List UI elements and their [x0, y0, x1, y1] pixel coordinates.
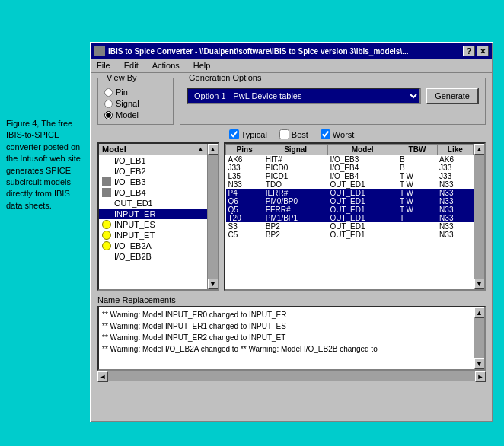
list-item[interactable]: I/O_EB2: [99, 166, 207, 177]
right-scroll-down-btn[interactable]: ▼: [474, 279, 485, 289]
h-scrollbar[interactable]: ◄ ►: [97, 371, 486, 381]
view-by-group: View By Pin Signal Model: [97, 78, 174, 125]
list-item[interactable]: INPUT_ET: [99, 230, 207, 241]
option-dropdown[interactable]: Option 1 - PwL Device tables: [187, 88, 421, 104]
scroll-up-btn[interactable]: ▲: [208, 144, 219, 155]
table-cell-like: AK6: [437, 155, 473, 164]
checkbox-typical[interactable]: Typical: [229, 129, 267, 139]
table-cell-pins: Q5: [226, 205, 263, 214]
item-icon-empty: [102, 252, 111, 261]
radio-signal-input[interactable]: [104, 100, 113, 108]
checkbox-worst-label: Worst: [333, 130, 355, 139]
item-icon-empty: [102, 199, 111, 208]
menu-file[interactable]: File: [94, 60, 113, 71]
item-icon-empty: [102, 209, 111, 218]
list-item-label: I/O_EB3: [114, 177, 146, 186]
list-item[interactable]: INPUT_ER: [99, 209, 207, 219]
table-cell-pins: Q6: [226, 197, 263, 205]
help-button[interactable]: ?: [463, 46, 475, 56]
text-scrollbar[interactable]: ▲ ▼: [474, 307, 484, 369]
table-cell-like: N33: [437, 197, 473, 205]
table-cell-model: I/O_EB4: [327, 172, 397, 180]
table-row[interactable]: T20PM1/BP1OUT_ED1TN33: [226, 214, 474, 222]
generate-button[interactable]: Generate: [426, 88, 479, 104]
item-icon-empty: [102, 167, 111, 176]
checkboxes-row: Typical Best Worst: [97, 129, 486, 139]
radio-model-input[interactable]: [104, 111, 113, 119]
h-scroll-right[interactable]: ►: [475, 371, 486, 382]
left-panel-wrapper: Model ▲ I/O_EB1I/O_EB2I/O_EB3I/O_EB4OUT_…: [99, 144, 218, 289]
col-tbw: TBW: [397, 145, 437, 155]
checkbox-best-input[interactable]: [279, 129, 289, 139]
table-cell-like: N33: [437, 231, 473, 239]
list-item[interactable]: INPUT_ES: [99, 219, 207, 230]
name-replacement-line: ** Warning: Model INPUT_ER0 changed to I…: [102, 309, 471, 320]
table-row[interactable]: AK6HIT#I/O_EB3BAK6: [226, 155, 474, 164]
name-replacements-content: ** Warning: Model INPUT_ER0 changed to I…: [99, 307, 474, 369]
table-cell-tbw: B: [397, 164, 437, 172]
list-item[interactable]: I/O_EB4: [99, 187, 207, 198]
menu-actions[interactable]: Actions: [150, 60, 182, 71]
list-item-label: INPUT_ES: [114, 220, 155, 229]
right-scroll-track: [474, 155, 484, 279]
left-panel[interactable]: Model ▲ I/O_EB1I/O_EB2I/O_EB3I/O_EB4OUT_…: [97, 142, 219, 291]
table-row[interactable]: N33TDOOUT_ED1T WN33: [226, 180, 474, 189]
right-panel[interactable]: Pins Signal Model TBW Like AK6HIT#I/O_EB…: [224, 142, 486, 291]
table-cell-model: OUT_ED1: [327, 222, 397, 231]
table-row[interactable]: P4IERR#OUT_ED1T WN33: [226, 189, 474, 197]
right-scroll-up-btn[interactable]: ▲: [474, 144, 485, 155]
checkbox-worst-input[interactable]: [321, 129, 330, 139]
table-cell-pins: P4: [226, 189, 263, 197]
scroll-down-btn[interactable]: ▼: [208, 279, 219, 289]
text-scroll-down[interactable]: ▼: [474, 358, 485, 369]
list-item[interactable]: I/O_EB2B: [99, 251, 207, 262]
checkbox-typical-input[interactable]: [229, 129, 239, 139]
list-item-label: INPUT_ER: [114, 209, 155, 218]
right-table-header-row: Pins Signal Model TBW Like: [226, 145, 474, 155]
item-icon-yellow: [102, 220, 111, 229]
list-item[interactable]: I/O_EB1: [99, 155, 207, 166]
table-cell-like: J33: [437, 172, 473, 180]
menu-help[interactable]: Help: [191, 60, 213, 71]
table-cell-signal: PM0/BP0: [263, 197, 328, 205]
gen-options-label: Generation Options: [187, 73, 263, 82]
left-panel-scrollbar[interactable]: ▲ ▼: [207, 144, 218, 289]
table-row[interactable]: S3BP2OUT_ED1N33: [226, 222, 474, 231]
col-like: Like: [437, 145, 473, 155]
radio-signal[interactable]: Signal: [104, 99, 167, 108]
table-row[interactable]: C5BP2OUT_ED1N33: [226, 231, 474, 239]
table-cell-tbw: T W: [397, 172, 437, 180]
menu-edit[interactable]: Edit: [122, 60, 141, 71]
view-by-radio-group: Pin Signal Model: [104, 88, 167, 119]
col-pins: Pins: [226, 145, 263, 155]
table-cell-model: OUT_ED1: [327, 189, 397, 197]
table-row[interactable]: Q5FERR#OUT_ED1T WN33: [226, 205, 474, 214]
h-scroll-left[interactable]: ◄: [97, 371, 108, 382]
table-cell-tbw: T W: [397, 205, 437, 214]
right-panel-scrollbar[interactable]: ▲ ▼: [474, 144, 484, 289]
table-cell-tbw: T W: [397, 189, 437, 197]
left-panel-header: Model ▲: [99, 144, 207, 155]
table-row[interactable]: J33PICD0I/O_EB4BJ33: [226, 164, 474, 172]
radio-model[interactable]: Model: [104, 110, 167, 119]
table-cell-model: OUT_ED1: [327, 197, 397, 205]
left-panel-content: Model ▲ I/O_EB1I/O_EB2I/O_EB3I/O_EB4OUT_…: [99, 144, 207, 289]
text-scroll-up[interactable]: ▲: [474, 307, 485, 318]
list-item[interactable]: I/O_EB2A: [99, 241, 207, 251]
checkbox-best[interactable]: Best: [279, 129, 308, 139]
list-item[interactable]: OUT_ED1: [99, 198, 207, 209]
right-table: Pins Signal Model TBW Like AK6HIT#I/O_EB…: [225, 144, 474, 239]
table-cell-model: OUT_ED1: [327, 205, 397, 214]
table-cell-signal: HIT#: [263, 155, 328, 164]
list-item[interactable]: I/O_EB3: [99, 177, 207, 187]
table-cell-like: N33: [437, 189, 473, 197]
table-row[interactable]: Q6PM0/BP0OUT_ED1T WN33: [226, 197, 474, 205]
table-row[interactable]: L35PICD1I/O_EB4T WJ33: [226, 172, 474, 180]
list-item-label: INPUT_ET: [114, 231, 155, 240]
radio-pin-input[interactable]: [104, 88, 113, 97]
close-button[interactable]: ✕: [477, 46, 489, 56]
checkbox-worst[interactable]: Worst: [321, 129, 355, 139]
content-area: View By Pin Signal Model: [91, 73, 492, 386]
main-window: IBIS to Spice Converter - \\Dualpent\sof…: [90, 42, 493, 422]
radio-pin[interactable]: Pin: [104, 88, 167, 97]
